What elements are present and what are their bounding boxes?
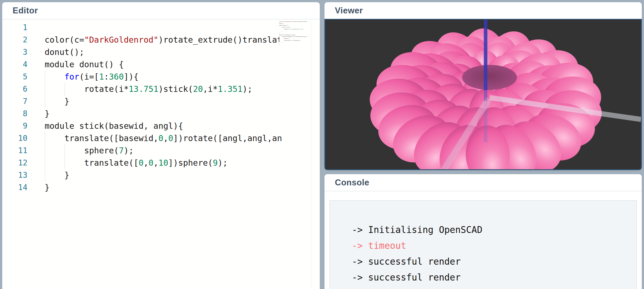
code-text: } bbox=[45, 95, 69, 107]
code-text: for(i=[1:360]){ bbox=[45, 71, 139, 83]
line-number: 6 bbox=[2, 83, 27, 95]
minimap[interactable]: color(c="DarkGoldenrod")rotate_extrude()… bbox=[279, 21, 311, 56]
console-message: -> successful render bbox=[352, 254, 636, 270]
code-line[interactable]: 5 for(i=[1:360]){ bbox=[2, 71, 320, 83]
code-line[interactable]: 10 translate([basewid,0,0])rotate([angl,… bbox=[2, 132, 320, 144]
console-message: -> successful render bbox=[352, 270, 636, 285]
code-text: module stick(basewid, angl){ bbox=[45, 120, 183, 132]
line-number: 11 bbox=[2, 144, 27, 157]
console-message-error: -> timeout bbox=[352, 238, 636, 254]
code-line[interactable]: 7 } bbox=[2, 95, 320, 107]
line-number: 12 bbox=[2, 157, 27, 169]
viewer-title: Viewer bbox=[335, 6, 363, 16]
line-number: 8 bbox=[2, 107, 27, 120]
line-number: 9 bbox=[2, 120, 27, 132]
editor-panel: Editor 12color(c="DarkGoldenrod")rotate_… bbox=[2, 2, 320, 289]
line-number: 13 bbox=[2, 169, 27, 181]
code-line[interactable]: 4module donut() { bbox=[2, 58, 320, 71]
line-number: 1 bbox=[2, 21, 27, 34]
code-text: donut(); bbox=[45, 46, 84, 58]
viewer-3d-scene bbox=[325, 20, 641, 169]
code-line[interactable]: 8} bbox=[2, 107, 320, 120]
code-line[interactable]: 9module stick(basewid, angl){ bbox=[2, 120, 320, 132]
code-line[interactable]: 1 bbox=[2, 21, 320, 34]
code-text: translate([0,0,10])sphere(9); bbox=[45, 157, 228, 169]
line-number: 14 bbox=[2, 181, 27, 194]
console-output[interactable]: -> Initialising OpenSCAD-> timeout-> suc… bbox=[324, 191, 642, 289]
code-line[interactable]: 2color(c="DarkGoldenrod")rotate_extrude(… bbox=[2, 34, 320, 46]
code-line[interactable]: 13 } bbox=[2, 169, 320, 181]
code-line[interactable]: 11 sphere(7); bbox=[2, 144, 320, 157]
viewer-canvas[interactable] bbox=[324, 19, 642, 170]
line-number: 2 bbox=[2, 34, 27, 46]
code-line[interactable]: 6 rotate(i*13.751)stick(20,i*1.351); bbox=[2, 83, 320, 95]
line-number: 7 bbox=[2, 95, 27, 107]
code-text: } bbox=[45, 181, 50, 194]
code-line[interactable]: 14} bbox=[2, 181, 320, 194]
editor-header: Editor bbox=[2, 2, 320, 19]
minimap-code: color(c="DarkGoldenrod")rotate_extrude()… bbox=[279, 21, 311, 45]
code-line[interactable]: 12 translate([0,0,10])sphere(9); bbox=[2, 157, 320, 169]
console-header: Console bbox=[324, 174, 642, 191]
console-message: -> Initialising OpenSCAD bbox=[352, 222, 636, 238]
code-text: } bbox=[45, 107, 50, 120]
editor-title: Editor bbox=[13, 6, 38, 16]
viewer-panel: Viewer bbox=[324, 2, 642, 170]
editor-scrollbar-track[interactable] bbox=[311, 19, 311, 289]
console-title: Console bbox=[335, 178, 369, 188]
code-text: module donut() { bbox=[45, 58, 124, 71]
line-number: 10 bbox=[2, 132, 27, 144]
code-text: translate([basewid,0,0])rotate([angl,ang… bbox=[45, 132, 282, 144]
line-number: 4 bbox=[2, 58, 27, 71]
viewer-header: Viewer bbox=[324, 2, 642, 19]
code-lines[interactable]: 12color(c="DarkGoldenrod")rotate_extrude… bbox=[2, 19, 320, 194]
line-number: 3 bbox=[2, 46, 27, 58]
code-editor[interactable]: 12color(c="DarkGoldenrod")rotate_extrude… bbox=[2, 19, 320, 289]
code-text: color(c="DarkGoldenrod")rotate_extrude()… bbox=[45, 34, 282, 46]
code-text: sphere(7); bbox=[45, 144, 134, 157]
z-axis-line bbox=[484, 20, 487, 90]
line-number: 5 bbox=[2, 71, 27, 83]
code-text: rotate(i*13.751)stick(20,i*1.351); bbox=[45, 83, 252, 95]
console-log[interactable]: -> Initialising OpenSCAD-> timeout-> suc… bbox=[329, 200, 637, 289]
code-line[interactable]: 3donut(); bbox=[2, 46, 320, 58]
console-panel: Console -> Initialising OpenSCAD-> timeo… bbox=[324, 174, 642, 289]
code-text: } bbox=[45, 169, 69, 181]
